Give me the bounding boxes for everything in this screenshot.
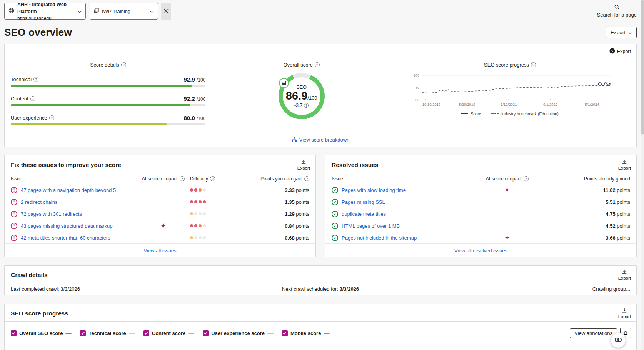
difficulty-dot xyxy=(194,200,197,203)
link-icon xyxy=(614,337,622,344)
difficulty-dot xyxy=(190,188,193,192)
points-value: 0.68 xyxy=(285,235,294,241)
col-ai-impact: AI search impact xyxy=(142,176,177,182)
crawl-details-title: Crawl details xyxy=(11,269,48,278)
issue-link[interactable]: HTML pages of over 1 MB xyxy=(342,223,400,229)
gauge-score-value: 86.9 xyxy=(286,90,307,102)
checkbox-checked-icon xyxy=(11,330,17,336)
warning-icon: ! xyxy=(11,235,17,241)
ai-impact-info-icon[interactable]: ? xyxy=(524,176,529,181)
issue-link[interactable]: 72 pages with 301 redirects xyxy=(21,211,82,217)
issue-link[interactable]: Pages not included in the sitemap xyxy=(342,235,417,241)
site-selector[interactable]: ANR - Integrated Web Platform https://uc… xyxy=(4,3,86,20)
fix-issues-title: Fix these issues to improve your score xyxy=(11,159,121,168)
difficulty-dot xyxy=(194,224,197,227)
issue-link[interactable]: 43 pages missing structured data markup xyxy=(21,223,112,229)
group-icon xyxy=(94,8,99,15)
resolved-issues-export[interactable]: Export xyxy=(618,159,631,170)
fix-issues-export[interactable]: Export xyxy=(297,159,310,170)
topbar: ANR - Integrated Web Platform https://uc… xyxy=(0,0,644,21)
difficulty-dot xyxy=(194,212,197,215)
view-all-resolved-issues-link[interactable]: View all resolved issues xyxy=(454,248,507,253)
close-group-filter-button[interactable] xyxy=(161,3,171,20)
scrollbar-thumb[interactable] xyxy=(641,0,644,135)
table-row: ✓HTML pages of over 1 MB ✦ 4.52 points xyxy=(325,220,636,232)
search-for-page[interactable]: Search for a page xyxy=(597,3,637,18)
legend-toggle-overall-seo-score[interactable]: Overall SEO score xyxy=(11,330,72,336)
table-row: !47 pages with a navigation depth beyond… xyxy=(5,184,315,196)
seo-score-progress-export[interactable]: Export xyxy=(618,308,631,319)
globe-icon xyxy=(8,8,14,15)
issue-link[interactable]: duplicate meta titles xyxy=(342,211,386,217)
legend-toggle-technical-score[interactable]: Technical score xyxy=(80,330,135,336)
crawling-group-text[interactable]: Crawling group... xyxy=(424,286,630,292)
view-annotations-button[interactable]: View annotations xyxy=(570,328,617,338)
crawl-details-card: Crawl details Export Last completed craw… xyxy=(4,265,637,295)
points-value: 11.02 xyxy=(603,187,616,193)
points-suffix: points xyxy=(296,211,309,217)
technical-info-icon[interactable]: ? xyxy=(33,77,38,82)
legend-label: Mobile score xyxy=(290,330,321,336)
warning-icon: ! xyxy=(11,199,17,205)
floating-widget-button[interactable] xyxy=(611,333,626,348)
ai-impact-diamond-icon: ✦ xyxy=(469,235,546,241)
check-circle-icon: ✓ xyxy=(332,223,338,229)
view-score-breakdown-link[interactable]: View score breakdown xyxy=(292,137,350,143)
search-icon xyxy=(614,4,620,11)
user-experience-info-icon[interactable]: ? xyxy=(49,115,54,120)
score-legend-label: Score xyxy=(470,112,481,116)
close-icon xyxy=(164,8,169,15)
issue-link[interactable]: Pages missing SSL xyxy=(342,199,385,205)
crawl-details-export[interactable]: Export xyxy=(618,269,631,280)
technical-progress-track xyxy=(11,85,205,87)
issue-link[interactable]: 42 meta titles shorter than 60 character… xyxy=(21,235,110,241)
points-gain-info-icon[interactable]: ? xyxy=(304,176,309,181)
checkbox-checked-icon xyxy=(80,330,86,336)
points-value: 4.75 xyxy=(606,211,615,217)
points-suffix: points xyxy=(617,211,630,217)
scrollbar[interactable] xyxy=(641,0,644,350)
export-button[interactable]: Export xyxy=(606,27,637,38)
seo-trend-column: SEO score progress ? 608010010/10/20175/… xyxy=(384,44,636,133)
col-issue: Issue xyxy=(11,176,136,182)
table-row: ✓Pages with slow loading time ✦ 11.02 po… xyxy=(325,184,636,196)
legend-toggle-content-score[interactable]: Content score xyxy=(143,330,194,336)
points-suffix: points xyxy=(617,223,630,229)
seo-trend-info-icon[interactable]: ? xyxy=(531,62,536,67)
content-progress-fill xyxy=(11,104,190,106)
score-details-column: Score details ? Technical? 92.9 /100 Con… xyxy=(5,44,219,133)
overall-score-info-icon[interactable]: ? xyxy=(315,62,320,67)
svg-text:1/12/2021: 1/12/2021 xyxy=(501,102,517,107)
issue-link[interactable]: 47 pages with a navigation depth beyond … xyxy=(21,187,116,193)
difficulty-info-icon[interactable]: ? xyxy=(210,176,215,181)
table-row: ✓duplicate meta titles ✦ 4.75 points xyxy=(325,208,636,220)
legend-toggle-mobile-score[interactable]: Mobile score xyxy=(282,330,330,336)
content-info-icon[interactable]: ? xyxy=(30,96,35,101)
delta-info-icon[interactable]: ? xyxy=(304,103,309,108)
resolved-issues-title: Resolved issues xyxy=(332,159,378,168)
series-legend-row: Overall SEO score Technical score Conten… xyxy=(5,321,636,342)
score-details-info-icon[interactable]: ? xyxy=(121,62,126,67)
difficulty-dot xyxy=(199,188,202,192)
ai-impact-diamond-icon: ✦ xyxy=(469,187,546,193)
seo-score-progress-export-label: Export xyxy=(618,314,631,319)
group-name: IWP Training xyxy=(102,8,130,14)
legend-toggle-user-experience-score[interactable]: User experience score xyxy=(203,330,274,336)
technical-label: Technical xyxy=(11,77,32,82)
chevron-down-icon xyxy=(78,8,82,15)
crawl-info-row: Last completed crawl: 3/3/2026 Next craw… xyxy=(5,283,636,295)
seo-score-progress-card: SEO score progress Export Overall SEO sc… xyxy=(4,304,637,350)
group-selector[interactable]: IWP Training xyxy=(90,3,158,20)
ai-impact-info-icon[interactable]: ? xyxy=(180,176,185,181)
issue-link[interactable]: 2 redirect chains xyxy=(21,199,57,205)
check-circle-icon: ✓ xyxy=(332,199,338,205)
score-card-export[interactable]: Export xyxy=(609,48,631,55)
checkbox-checked-icon xyxy=(203,330,209,336)
gauge-seo-label: SEO xyxy=(297,85,307,90)
issue-link[interactable]: Pages with slow loading time xyxy=(342,187,406,193)
checkbox-checked-icon xyxy=(282,330,288,336)
gauge-score-denom: /100 xyxy=(307,95,317,101)
download-icon xyxy=(622,308,627,314)
view-all-issues-link[interactable]: View all issues xyxy=(143,248,176,253)
points-suffix: points xyxy=(617,187,630,193)
